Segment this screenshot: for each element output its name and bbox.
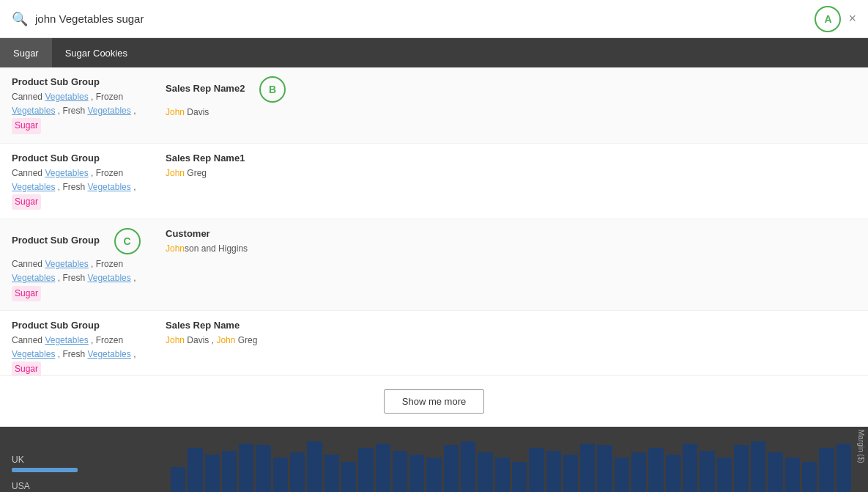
chart-bar	[700, 451, 714, 492]
chart-bar	[615, 458, 629, 492]
chart-bar	[768, 452, 782, 492]
chart-bar	[205, 455, 220, 492]
chart-bar	[597, 445, 612, 492]
result-left-col: Product Sub Group C Canned Vegetables , …	[12, 228, 166, 301]
chart-bar	[683, 444, 697, 492]
highlight-sugar: Sugar	[12, 286, 41, 301]
result-right-col: Customer Johnson and Higgins	[166, 228, 856, 256]
close-button[interactable]: ×	[848, 11, 856, 26]
right-field-label: Sales Rep Name	[166, 320, 856, 331]
right-field-values: John Davis	[166, 106, 856, 120]
highlight-john: John	[166, 168, 185, 178]
tab-sugar-cookies[interactable]: Sugar Cookies	[52, 38, 141, 67]
chart-left-item-usa: USA	[12, 481, 142, 492]
chart-bar	[256, 445, 270, 492]
chart-bar	[239, 444, 253, 492]
chart-bar	[819, 448, 834, 492]
left-field-values: Canned Vegetables , Frozen Vegetables , …	[12, 334, 166, 375]
chart-bar	[837, 444, 851, 492]
chart-bar	[666, 455, 680, 492]
chart-bar	[341, 462, 356, 492]
chart-bar	[273, 458, 288, 492]
chart-bar	[631, 452, 646, 492]
chart-bar	[751, 441, 765, 492]
left-field-label: Product Sub Group	[12, 76, 166, 87]
right-field-label: Sales Rep Name2 B	[166, 76, 856, 103]
highlight-sugar: Sugar	[12, 194, 41, 210]
show-more-button[interactable]: Show me more	[384, 389, 484, 414]
tab-sugar[interactable]: Sugar	[0, 38, 52, 67]
result-right-col: Sales Rep Name2 B John Davis	[166, 76, 856, 120]
chart-bar	[648, 448, 663, 492]
highlight-veg: Vegetables	[45, 335, 88, 345]
search-input[interactable]	[35, 12, 809, 25]
highlight-john: John	[216, 335, 235, 345]
left-field-values: Canned Vegetables , Frozen Vegetables , …	[12, 166, 166, 210]
chart-left-label-usa: USA	[12, 481, 142, 491]
left-field-values: Canned Vegetables , Frozen Vegetables , …	[12, 90, 166, 134]
highlight-veg: Vegetables	[87, 349, 130, 359]
chart-bar	[529, 448, 544, 492]
highlight-veg: Vegetables	[45, 259, 88, 269]
chart-bar	[546, 451, 561, 492]
result-row: Product Sub Group Canned Vegetables , Fr…	[0, 67, 868, 144]
right-field-values: John Davis , John Greg	[166, 334, 856, 348]
right-field-values: John Greg	[166, 166, 856, 180]
annotation-a: A	[815, 6, 841, 32]
chart-bar	[495, 458, 510, 492]
search-bar: 🔍 A ×	[0, 0, 868, 38]
result-right-col: Sales Rep Name1 John Greg	[166, 153, 856, 180]
chart-bar	[478, 452, 492, 492]
chart-bar	[358, 448, 373, 492]
highlight-veg: Vegetables	[45, 168, 88, 178]
annotation-b: B	[259, 76, 286, 103]
annotation-c: C	[114, 228, 141, 254]
tabs-bar: Sugar Sugar Cookies	[0, 38, 868, 67]
chart-bar	[461, 441, 475, 492]
result-row: Product Sub Group Canned Vegetables , Fr…	[0, 144, 868, 220]
chart-bar	[785, 458, 800, 492]
results-list: Product Sub Group Canned Vegetables , Fr…	[0, 67, 868, 375]
highlight-john: John	[166, 243, 185, 254]
chart-bar	[171, 467, 185, 492]
highlight-john: John	[166, 335, 185, 345]
left-field-label: Product Sub Group	[12, 153, 166, 164]
search-icon: 🔍	[12, 11, 28, 27]
result-row: Product Sub Group C Canned Vegetables , …	[0, 219, 868, 311]
chart-bar	[393, 451, 407, 492]
highlight-veg: Vegetables	[87, 106, 130, 116]
chart-area: UK USA Sales 2012-Jan2012-Feb2012-Mar201…	[0, 427, 868, 492]
result-left-col: Product Sub Group Canned Vegetables , Fr…	[12, 153, 166, 210]
result-right-col: Sales Rep Name John Davis , John Greg	[166, 320, 856, 348]
chart-bar	[802, 462, 817, 492]
highlight-sugar: Sugar	[12, 118, 41, 133]
left-field-values: Canned Vegetables , Frozen Vegetables , …	[12, 257, 166, 301]
result-left-col: Product Sub Group Canned Vegetables , Fr…	[12, 320, 166, 375]
chart-bar	[717, 458, 732, 492]
chart-bar	[734, 445, 749, 492]
chart-bar	[376, 444, 390, 492]
chart-bar	[290, 452, 305, 492]
margin-axis-label: Margin ($)	[854, 427, 868, 492]
chart-left-panel: UK USA	[0, 427, 154, 492]
highlight-veg: Vegetables	[12, 349, 55, 359]
chart-bar	[563, 455, 578, 492]
chart-bar	[426, 458, 441, 492]
right-field-label: Sales Rep Name1	[166, 153, 856, 164]
highlight-veg: Vegetables	[12, 182, 55, 192]
chart-left-item-uk: UK	[12, 455, 142, 472]
right-field-label: Customer	[166, 228, 856, 239]
left-field-label: Product Sub Group C	[12, 228, 166, 254]
show-more-container: Show me more	[0, 375, 868, 427]
sales-axis-label: Sales	[154, 427, 168, 492]
chart-bar	[444, 445, 459, 492]
result-left-col: Product Sub Group Canned Vegetables , Fr…	[12, 76, 166, 134]
highlight-veg: Vegetables	[12, 273, 55, 283]
result-row: Product Sub Group Canned Vegetables , Fr…	[0, 311, 868, 375]
chart-bar	[222, 451, 237, 492]
chart-bar	[409, 455, 424, 492]
chart-left-bar-uk	[12, 468, 78, 472]
chart-bar	[307, 441, 322, 492]
chart-main: 2012-Jan2012-Feb2012-Mar2012-Apr2012-May…	[168, 427, 854, 492]
highlight-john: John	[166, 107, 185, 117]
